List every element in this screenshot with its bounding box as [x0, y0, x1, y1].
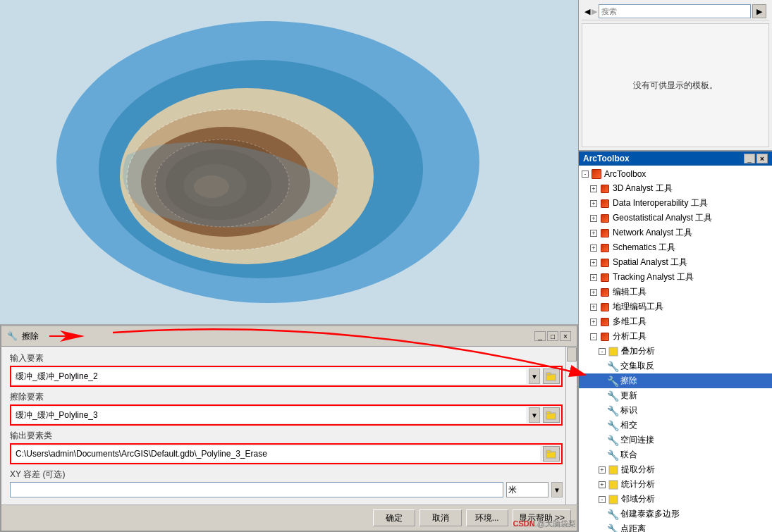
tree-item-tracking[interactable]: + Tracking Analyst 工具 — [579, 270, 772, 285]
tree-item-editor[interactable]: + 编辑工具 — [579, 285, 772, 299]
tree-item-union[interactable]: 🔧 联合 — [579, 447, 772, 462]
expand-icon-extract[interactable]: + — [599, 466, 606, 474]
analysis-icon — [599, 331, 611, 342]
tree-item-data-interop[interactable]: + Data Interoperability 工具 — [579, 196, 772, 211]
svg-rect-18 — [546, 450, 551, 452]
arctoolbox-root-icon — [591, 168, 602, 180]
tree-item-identify[interactable]: 🔧 标识 — [579, 403, 772, 418]
spatial-analyst-icon — [599, 257, 611, 268]
expand-icon-network[interactable]: + — [590, 230, 597, 237]
toolbox-tree[interactable]: - ArcToolbox + 3D Analyst 工具 + Data Inte… — [579, 166, 772, 532]
arctoolbox-minimize[interactable]: _ — [744, 154, 755, 163]
search-button[interactable]: ▶ — [752, 4, 766, 18]
analysis-label: 分析工具 — [613, 330, 647, 342]
expand-icon-statistics[interactable]: + — [599, 481, 606, 488]
arctoolbox-close[interactable]: × — [756, 154, 768, 163]
expand-icon-geocoding[interactable]: + — [590, 304, 597, 311]
ok-button[interactable]: 确定 — [373, 509, 415, 526]
search-bar: ◀ ▶ ▶ — [582, 3, 769, 20]
expand-icon-editor[interactable]: + — [590, 289, 597, 296]
overlay-label: 叠加分析 — [621, 345, 655, 357]
tree-item-intersect[interactable]: 🔧 相交 — [579, 418, 772, 433]
input-feature-section: 输入要素 ▼ — [10, 352, 563, 387]
expand-icon-neighborhood[interactable]: - — [599, 496, 606, 503]
tree-item-3d-analyst[interactable]: + 3D Analyst 工具 — [579, 181, 772, 196]
tree-item-extract[interactable]: + 提取分析 — [579, 462, 772, 477]
intersect-label: 相交 — [620, 419, 637, 431]
tree-item-spatial-join[interactable]: 🔧 空间连接 — [579, 433, 772, 447]
tree-item-update[interactable]: 🔧 更新 — [579, 388, 772, 403]
search-input[interactable] — [599, 4, 751, 18]
spatial-join-icon: 🔧 — [607, 435, 618, 446]
erase-feature-label: 擦除要素 — [10, 391, 563, 403]
tree-item-network-analyst[interactable]: + Network Analyst 工具 — [579, 225, 772, 240]
tracking-label: Tracking Analyst 工具 — [613, 271, 694, 283]
erase-feature-section: 擦除要素 ▼ — [10, 391, 563, 426]
dialog-panel: 🔧 擦除 _ □ × 输入要素 ▼ — [0, 324, 578, 532]
input-feature-input[interactable] — [13, 369, 526, 384]
output-browse-button[interactable] — [543, 446, 560, 462]
maximize-button[interactable]: □ — [547, 331, 558, 341]
tree-item-neighborhood[interactable]: - 邻域分析 — [579, 492, 772, 507]
dialog-window-controls: _ □ × — [534, 331, 571, 341]
expand-icon-tracking[interactable]: + — [590, 274, 597, 281]
svg-rect-14 — [546, 373, 551, 375]
tree-item-analysis[interactable]: - 分析工具 — [579, 329, 772, 344]
dialog-tool-icon: 🔧 — [7, 331, 18, 341]
output-feature-label: 输出要素类 — [10, 430, 563, 442]
geocoding-icon — [599, 302, 611, 313]
erase-label: 擦除 — [620, 375, 637, 387]
thiessen-label: 创建泰森多边形 — [620, 508, 680, 520]
tree-item-point-dist[interactable]: 🔧 点距离 — [579, 521, 772, 532]
tree-item-multidim[interactable]: + 多维工具 — [579, 314, 772, 329]
expand-icon-interop[interactable]: + — [590, 200, 597, 207]
tree-item-spatial-analyst[interactable]: + Spatial Analyst 工具 — [579, 255, 772, 270]
point-dist-label: 点距离 — [620, 523, 646, 532]
erase-feature-input[interactable] — [13, 407, 526, 423]
intersect-reverse-label: 交集取反 — [620, 360, 654, 372]
expand-icon-spatial[interactable]: + — [590, 259, 597, 266]
expand-icon-multidim[interactable]: + — [590, 318, 597, 326]
tree-item-geocoding[interactable]: + 地理编码工具 — [579, 299, 772, 314]
3d-analyst-icon — [599, 183, 611, 194]
unit-select[interactable] — [506, 482, 549, 497]
xy-tolerance-row: ▼ — [10, 482, 563, 497]
output-feature-input[interactable] — [13, 446, 540, 462]
cancel-button[interactable]: 取消 — [419, 509, 462, 526]
tree-item-geostatistical[interactable]: + Geostatistical Analyst 工具 — [579, 211, 772, 225]
watermark: CSDN @大脑袋梨 — [513, 519, 576, 529]
minimize-button[interactable]: _ — [534, 331, 546, 341]
tree-item-statistics[interactable]: + 统计分析 — [579, 477, 772, 492]
schematics-icon — [599, 242, 611, 254]
output-feature-section: 输出要素类 — [10, 430, 563, 464]
environment-button[interactable]: 环境... — [466, 509, 508, 526]
svg-rect-20 — [609, 466, 618, 474]
tree-item-arctoolbox-root[interactable]: - ArcToolbox — [579, 167, 772, 181]
output-feature-row — [10, 443, 563, 464]
tree-item-erase[interactable]: 🔧 擦除 — [579, 373, 772, 388]
expand-icon-3d[interactable]: + — [590, 185, 597, 192]
input-browse-button[interactable] — [543, 369, 560, 384]
dialog-title-text: 擦除 — [22, 330, 39, 342]
identify-label: 标识 — [620, 404, 637, 416]
neighborhood-icon — [608, 494, 619, 505]
expand-icon-geo[interactable]: + — [590, 215, 597, 222]
expand-icon-analysis[interactable]: - — [590, 333, 597, 340]
erase-browse-button[interactable] — [543, 407, 560, 423]
tree-item-schematics[interactable]: + Schematics 工具 — [579, 240, 772, 255]
neighborhood-label: 邻域分析 — [621, 493, 655, 505]
expand-icon-root[interactable]: - — [582, 171, 589, 178]
spatial-analyst-label: Spatial Analyst 工具 — [613, 256, 687, 268]
tree-item-thiessen[interactable]: 🔧 创建泰森多边形 — [579, 507, 772, 521]
dialog-body: 输入要素 ▼ 擦除要素 ▼ — [1, 347, 577, 503]
multidim-icon — [599, 316, 611, 328]
extract-label: 提取分析 — [621, 464, 655, 476]
tree-item-overlay[interactable]: - 叠加分析 — [579, 344, 772, 359]
expand-icon-overlay[interactable]: - — [599, 348, 606, 355]
multidim-label: 多维工具 — [613, 316, 647, 328]
xy-tolerance-input[interactable] — [10, 482, 503, 497]
close-button[interactable]: × — [560, 331, 571, 341]
expand-icon-schematics[interactable]: + — [590, 245, 597, 252]
tree-item-intersect-reverse[interactable]: 🔧 交集取反 — [579, 359, 772, 373]
data-interop-label: Data Interoperability 工具 — [613, 197, 708, 209]
